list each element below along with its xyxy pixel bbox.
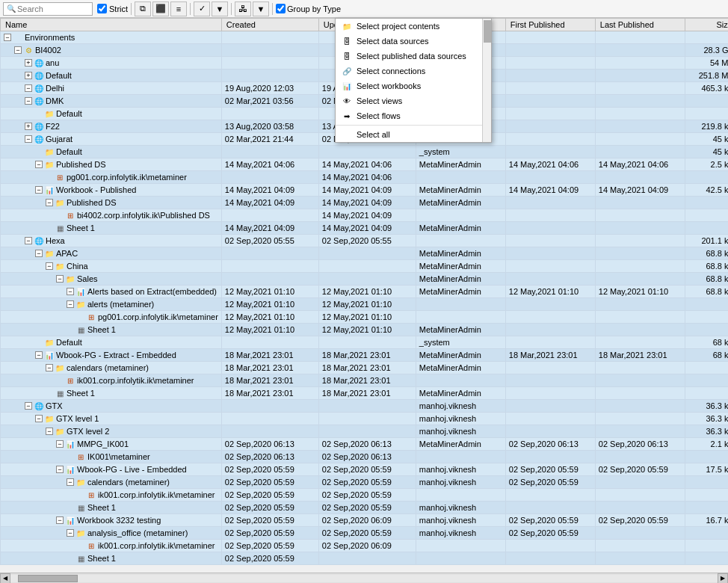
dropdown-item-project-contents[interactable]: 📁 Select project contents xyxy=(336,19,491,34)
table-row[interactable]: −📁calendars (metaminer)02 Sep,2020 05:59… xyxy=(1,476,729,489)
owner-cell: manhoj.viknesh xyxy=(416,527,505,540)
table-row[interactable]: −📁GTX level 1manhoj.viknesh36.3 kB xyxy=(1,413,729,425)
expand-button[interactable]: + xyxy=(25,123,32,130)
dropdown-item-flows[interactable]: ➡ Select flows xyxy=(336,108,491,123)
dropdown-item-published-data-sources[interactable]: 🗄 Select published data sources xyxy=(336,49,491,64)
table-row[interactable]: −📁calendars (metaminer)18 Mar,2021 23:01… xyxy=(1,362,729,374)
col-header-created[interactable]: Created xyxy=(221,19,318,31)
folder-icon: 📁 xyxy=(44,248,55,259)
table-row[interactable]: −📁Published DS14 May,2021 04:0614 May,20… xyxy=(1,158,729,171)
table-row[interactable]: −📊Wbook-PG - Live - Embedded02 Sep,2020 … xyxy=(1,463,729,476)
row-name: Published DS xyxy=(67,198,117,207)
owner-cell: MetaMinerAdmin xyxy=(416,260,505,273)
strict-checkbox-container: Strict xyxy=(97,4,128,13)
table-row[interactable]: −📊Workbook - Published14 May,2021 04:091… xyxy=(1,184,729,197)
collapse-button[interactable]: − xyxy=(67,300,74,308)
table-row[interactable]: −📁alerts (metaminer)12 May,2021 01:1012 … xyxy=(1,298,729,311)
collapse-button[interactable]: − xyxy=(35,415,43,422)
dropdown-item-views[interactable]: 👁 Select views xyxy=(336,93,491,108)
created-cell: 18 Mar,2021 23:01 xyxy=(221,362,318,374)
dropdown-item-select-all[interactable]: Select all xyxy=(336,127,491,142)
network-icon-button[interactable]: 🖧 xyxy=(235,1,251,16)
collapse-button[interactable]: − xyxy=(56,275,64,283)
table-row[interactable]: 📁Default_system68 kB xyxy=(1,336,729,349)
group-by-type-checkbox[interactable] xyxy=(276,4,286,13)
table-row[interactable]: −📁Published DS14 May,2021 04:0914 May,20… xyxy=(1,197,729,209)
filter-button[interactable]: ≡ xyxy=(170,1,187,16)
collapse-button[interactable]: − xyxy=(35,186,43,194)
collapse-button[interactable]: − xyxy=(67,288,74,295)
collapse-button[interactable]: − xyxy=(46,262,53,270)
dropdown-item-connections[interactable]: 🔗 Select connections xyxy=(336,64,491,78)
table-row[interactable]: −📊Workbook 3232 testing02 Sep,2020 05:59… xyxy=(1,514,729,527)
dropdown-scrollbar-thumb[interactable] xyxy=(484,20,491,43)
table-row[interactable]: ⊞bi4002.corp.infolytik.ik\Published DS14… xyxy=(1,209,729,222)
collapse-button[interactable]: − xyxy=(46,364,53,371)
owner-cell xyxy=(416,235,505,247)
strict-checkbox[interactable] xyxy=(97,4,107,13)
expand-button[interactable]: + xyxy=(25,59,32,67)
col-header-last-published[interactable]: Last Published xyxy=(595,19,685,31)
collapse-button[interactable]: − xyxy=(35,250,43,257)
collapse-button[interactable]: − xyxy=(46,199,53,206)
owner-cell xyxy=(416,374,505,387)
table-row[interactable]: −📁analysis_office (metaminer)02 Sep,2020… xyxy=(1,527,729,540)
collapse-button[interactable]: − xyxy=(25,97,32,105)
table-row[interactable]: −📊Alerts based on Extract(embedded)12 Ma… xyxy=(1,286,729,298)
collapse-button[interactable]: − xyxy=(67,478,74,486)
collapse-button[interactable]: − xyxy=(25,84,32,92)
collapse-button[interactable]: − xyxy=(25,237,32,244)
dropdown-item-data-sources[interactable]: 🗄 Select data sources xyxy=(336,34,491,49)
dropdown-scrollbar[interactable] xyxy=(482,19,491,142)
network-dropdown-button[interactable]: ▼ xyxy=(253,1,269,16)
collapse-button[interactable]: − xyxy=(56,440,64,448)
horizontal-scrollbar[interactable]: ◀ ▶ xyxy=(0,573,728,583)
collapse-button[interactable]: − xyxy=(35,351,43,359)
table-row[interactable]: ▦Sheet 118 Mar,2021 23:0118 Mar,2021 23:… xyxy=(1,387,729,400)
collapse-button[interactable]: − xyxy=(56,516,64,524)
collapse-button[interactable]: − xyxy=(14,46,22,54)
dropdown-item-workbooks[interactable]: 📊 Select workbooks xyxy=(336,78,491,93)
table-row[interactable]: ▦Sheet 114 May,2021 04:0914 May,2021 04:… xyxy=(1,222,729,235)
table-row[interactable]: 📁Default_system45 kB xyxy=(1,146,729,158)
table-row[interactable]: ⊞ik001.corp.infolytik.ik\metaminer18 Mar… xyxy=(1,374,729,387)
collapse-button[interactable]: − xyxy=(46,428,53,435)
col-header-first-published[interactable]: First Published xyxy=(505,19,595,31)
table-row[interactable]: −📊MMPG_IK00102 Sep,2020 06:1302 Sep,2020… xyxy=(1,438,729,451)
table-row[interactable]: ▦Sheet 102 Sep,2020 05:59 xyxy=(1,552,729,565)
table-row[interactable]: −📁GTX level 2manhoj.viknesh36.3 kB xyxy=(1,425,729,438)
table-row[interactable]: −🌐GTXmanhoj.viknesh36.3 kB xyxy=(1,400,729,413)
scroll-track[interactable] xyxy=(10,575,718,582)
collapse-button[interactable]: − xyxy=(35,161,43,168)
search-box[interactable]: 🔍 xyxy=(3,2,93,16)
table-row[interactable]: −📊Wbook-PG - Extract - Embedded18 Mar,20… xyxy=(1,349,729,362)
last-published-cell xyxy=(595,235,685,247)
table-row[interactable]: −📁SalesMetaMinerAdmin68.8 kB xyxy=(1,273,729,286)
col-header-name[interactable]: Name xyxy=(1,19,222,31)
col-header-size[interactable]: Size xyxy=(685,19,728,31)
collapse-button[interactable]: − xyxy=(25,135,32,143)
table-row[interactable]: ⊞ik001.corp.infolytik.ik\metaminer02 Sep… xyxy=(1,540,729,552)
copy-button[interactable]: ⧉ xyxy=(135,1,151,16)
table-row[interactable]: ⊞pg001.corp.infolytik.ik\metaminer14 May… xyxy=(1,171,729,184)
table-row[interactable]: −🌐Hexa02 Sep,2020 05:5502 Sep,2020 05:55… xyxy=(1,235,729,247)
table-row[interactable]: −📁APACMetaMinerAdmin68.8 kB xyxy=(1,247,729,260)
scroll-left-button[interactable]: ◀ xyxy=(0,573,10,584)
scroll-thumb[interactable] xyxy=(18,575,78,582)
check-dropdown-button[interactable]: ▼ xyxy=(212,1,228,16)
expand-button[interactable]: + xyxy=(25,72,32,79)
collapse-button[interactable]: − xyxy=(67,529,74,537)
table-row[interactable]: ▦Sheet 112 May,2021 01:1012 May,2021 01:… xyxy=(1,324,729,336)
table-row[interactable]: ⊞ik001.corp.infolytik.ik\metaminer02 Sep… xyxy=(1,489,729,502)
paste-button[interactable]: ⬛ xyxy=(152,1,169,16)
search-input[interactable] xyxy=(17,4,89,13)
collapse-button[interactable]: − xyxy=(56,466,64,473)
table-row[interactable]: ⊞IK001\metaminer02 Sep,2020 06:1302 Sep,… xyxy=(1,451,729,463)
table-row[interactable]: −📁ChinaMetaMinerAdmin68.8 kB xyxy=(1,260,729,273)
table-row[interactable]: ▦Sheet 102 Sep,2020 05:5902 Sep,2020 05:… xyxy=(1,502,729,514)
table-row[interactable]: ⊞pg001.corp.infolytik.ik\metaminer12 May… xyxy=(1,311,729,324)
scroll-right-button[interactable]: ▶ xyxy=(718,573,728,584)
check-button[interactable]: ✓ xyxy=(194,1,210,16)
collapse-button[interactable]: − xyxy=(4,34,11,41)
collapse-button[interactable]: − xyxy=(25,402,32,410)
